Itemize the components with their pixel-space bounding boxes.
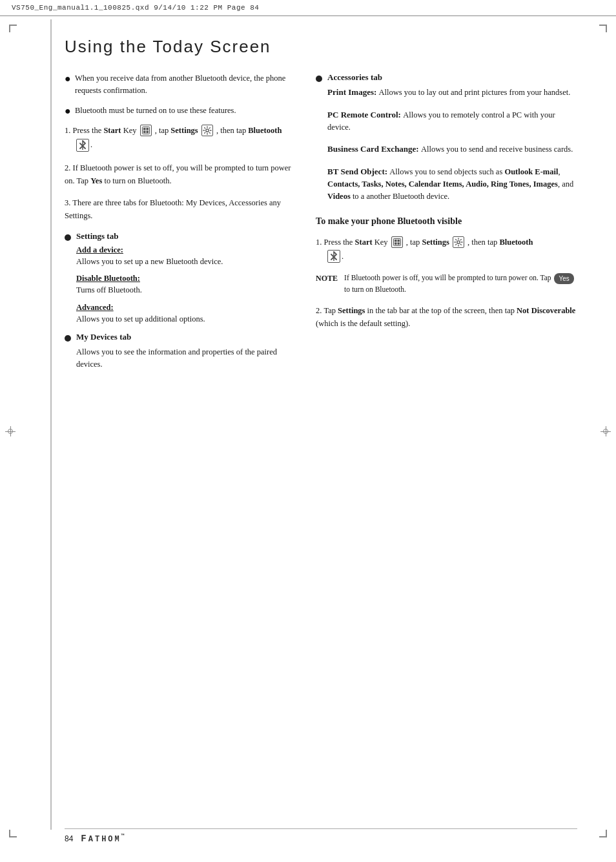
bluetooth-icon-1 (76, 139, 89, 152)
svg-rect-2 (146, 128, 149, 130)
corner-mark-tr (599, 25, 607, 32)
disable-bt-heading: Disable Bluetooth: (76, 274, 295, 283)
accessories-tab-label: Accessories tab (327, 72, 382, 83)
header-text: VS750_Eng_manual1.1_100825.qxd 9/14/10 1… (12, 4, 259, 12)
step-1: 1. Press the Start Key , tap Settings (65, 124, 295, 152)
step-1-key: Key (121, 126, 139, 135)
note-label: NOTE (316, 272, 344, 295)
step-1-then-tap: , then tap (216, 126, 248, 135)
settings-tab-bullet (65, 234, 71, 241)
page-number: 84 (65, 834, 73, 843)
my-devices-desc: Allows you to see the information and pr… (76, 346, 295, 371)
settings-add-device: Add a device: Allows you to set up a new… (65, 245, 295, 268)
advanced-text: Allows you to set up additional options. (76, 313, 295, 325)
print-images-section: Print Images: Allows you to lay out and … (316, 87, 577, 99)
page-footer: 84 FATHOM™ (65, 828, 577, 844)
margin-line (50, 19, 52, 830)
note-text: If Bluetooth power is off, you will be p… (344, 272, 577, 295)
add-device-heading: Add a device: (76, 245, 295, 255)
biz-card-term: Business Card Exchange: (327, 144, 419, 154)
svg-point-5 (206, 129, 209, 132)
svg-rect-10 (395, 242, 397, 245)
section2-step1-key: Key (373, 238, 390, 247)
bullet-item-2: ● Bluetooth must be turned on to use the… (65, 105, 295, 117)
settings-tab-heading: Settings tab (65, 231, 295, 241)
settings-gear-icon-2 (453, 236, 464, 248)
section2-step-1: 1. Press the Start Key , tap Settings (316, 236, 577, 263)
svg-rect-4 (146, 131, 149, 134)
start-key-icon-1 (140, 125, 152, 136)
section2-step2-text: in the tab bar at the top of the screen,… (365, 306, 517, 315)
bullet-item-1: ● When you receive data from another Blu… (65, 72, 295, 97)
brand-logo: FATHOM™ (81, 833, 126, 844)
print-images-term: Print Images: (327, 87, 376, 97)
section2-step1-bold-settings: Settings (422, 238, 449, 247)
page-container: VS750_Eng_manual1.1_100825.qxd 9/14/10 1… (0, 0, 616, 862)
corner-mark-tl (9, 25, 17, 32)
svg-rect-8 (395, 240, 397, 242)
section2-step1-bold-bt: Bluetooth (499, 238, 533, 247)
svg-rect-1 (143, 128, 146, 130)
svg-rect-3 (143, 131, 146, 134)
bt-send-term: BT Send Object: (327, 167, 387, 176)
accessories-tab-bullet (316, 76, 322, 82)
pc-remote-section: PC Remote Control: Allows you to remotel… (316, 109, 577, 134)
bullet-text-1: When you receive data from another Bluet… (75, 72, 295, 97)
accessories-tab-heading: Accessories tab (316, 72, 577, 83)
svg-rect-9 (397, 240, 400, 242)
left-column: ● When you receive data from another Blu… (65, 72, 311, 376)
section2-step1-num: 1. Press the (316, 238, 354, 247)
settings-advanced: Advanced: Allows you to set up additiona… (65, 303, 295, 325)
settings-tab-label: Settings tab (76, 231, 118, 241)
add-device-text: Allows you to set up a new Bluetooth dev… (76, 256, 295, 268)
step-1-bold-start: Start (103, 126, 121, 135)
step-3-text: 3. There are three tabs for Bluetooth: M… (65, 198, 281, 220)
section2-step2-num: 2. Tap (316, 306, 338, 315)
my-devices-tab-bullet (65, 335, 71, 342)
disable-bt-text: Turns off Bluetooth. (76, 284, 295, 296)
step-3: 3. There are three tabs for Bluetooth: M… (65, 196, 295, 222)
right-column: Accessories tab Print Images: Allows you… (311, 72, 577, 376)
svg-point-12 (457, 241, 460, 243)
page-title: Using the Today Screen (65, 37, 616, 57)
my-devices-tab-label: My Devices tab (76, 332, 131, 342)
start-key-icon-2 (391, 236, 403, 248)
step-2-text-after: to turn on Bluetooth. (102, 176, 171, 185)
section2-heading: To make your phone Bluetooth visible (316, 215, 577, 228)
step-1-bold-settings: Settings (170, 126, 198, 135)
note-block: NOTE If Bluetooth power is off, you will… (316, 272, 577, 295)
corner-mark-bl (9, 830, 17, 837)
bullet-dot-1: ● (65, 74, 71, 84)
print-images-text: Allows you to lay out and print pictures… (379, 88, 571, 97)
yes-button-note: Yes (554, 273, 573, 284)
section2-step2-bold-nd: Not Discoverable (517, 306, 575, 315)
header-bar: VS750_Eng_manual1.1_100825.qxd 9/14/10 1… (0, 0, 616, 16)
step-2: 2. If Bluetooth power is set to off, you… (65, 161, 295, 187)
step-1-num: 1. Press the (65, 126, 103, 135)
biz-card-text: Allows you to send and receive business … (421, 145, 573, 154)
section2-step-2: 2. Tap Settings in the tab bar at the to… (316, 304, 577, 330)
bullet-dot-2: ● (65, 106, 71, 116)
settings-gear-icon-1 (201, 125, 213, 136)
bullet-text-2: Bluetooth must be turned on to use these… (75, 105, 236, 117)
biz-card-section: Business Card Exchange: Allows you to se… (316, 143, 577, 156)
bluetooth-icon-2 (327, 250, 340, 263)
my-devices-text: Allows you to see the information and pr… (65, 346, 295, 371)
section2-step2-text-after: (which is the default setting). (316, 319, 410, 328)
advanced-heading: Advanced: (76, 303, 295, 313)
settings-disable-bt: Disable Bluetooth: Turns off Bluetooth. (65, 274, 295, 296)
center-mark-left (5, 426, 15, 436)
step-2-bold-yes: Yes (90, 176, 102, 185)
content-area: ● When you receive data from another Blu… (0, 72, 616, 376)
bt-send-section: BT Send Object: Allows you to send objec… (316, 166, 577, 202)
section2-step2-bold-settings: Settings (338, 306, 365, 315)
svg-rect-11 (397, 242, 400, 245)
pc-remote-term: PC Remote Control: (327, 110, 401, 119)
section2-step1-tap: , tap (406, 238, 422, 247)
center-mark-right (601, 426, 611, 436)
step-1-tap: , tap (155, 126, 171, 135)
section2-step1-then: , then tap (467, 238, 499, 247)
my-devices-tab-heading: My Devices tab (65, 332, 295, 342)
section2-step1-bold-start: Start (355, 238, 373, 247)
step-1-bold-bt: Bluetooth (248, 126, 282, 135)
